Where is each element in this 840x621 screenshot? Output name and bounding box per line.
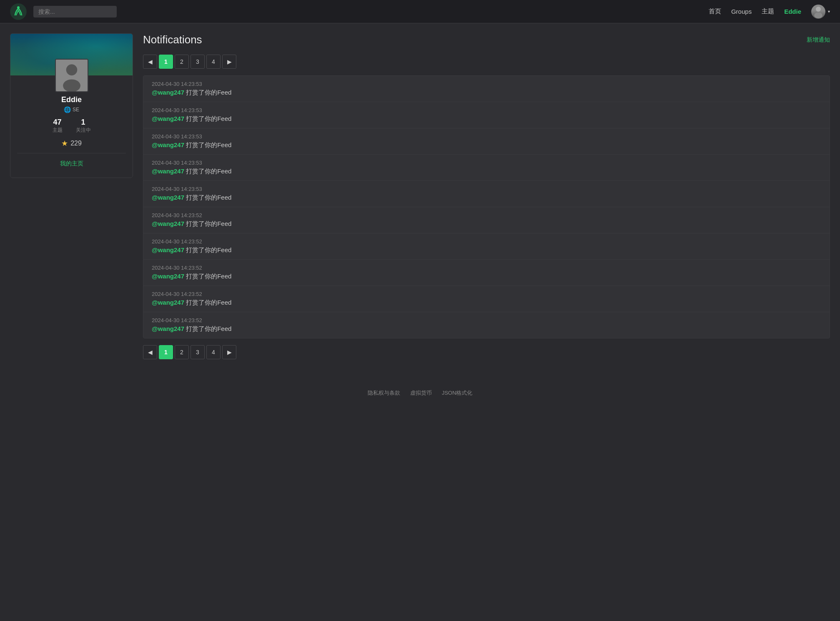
notification-item: 2024-04-30 14:23:53 @wang247 打赏了你的Feed <box>143 76 830 102</box>
profile-avatar-wrap <box>10 59 133 92</box>
notification-user[interactable]: @wang247 <box>152 168 184 175</box>
notification-user[interactable]: @wang247 <box>152 115 184 122</box>
svg-point-1 <box>17 6 20 9</box>
page-3-button-bottom[interactable]: 3 <box>191 345 205 359</box>
notifications-title: Notifications <box>143 33 202 46</box>
page-1-button-bottom[interactable]: 1 <box>159 345 173 359</box>
notification-user[interactable]: @wang247 <box>152 194 184 201</box>
logo-icon[interactable] <box>10 3 27 20</box>
pagination-bottom: ◀ 1 2 3 4 ▶ <box>143 345 830 359</box>
stat-following: 1 关注中 <box>76 118 91 134</box>
notification-time: 2024-04-30 14:23:53 <box>152 186 821 192</box>
stat-topics: 47 主题 <box>53 118 63 134</box>
avatar <box>811 5 825 19</box>
page-3-button-top[interactable]: 3 <box>191 55 205 69</box>
nav-topics[interactable]: 主题 <box>762 8 774 15</box>
page-2-button-top[interactable]: 2 <box>175 55 189 69</box>
stat-following-value: 1 <box>76 118 91 127</box>
notification-time: 2024-04-30 14:23:52 <box>152 212 821 218</box>
notification-time: 2024-04-30 14:23:53 <box>152 81 821 87</box>
nav-home[interactable]: 首页 <box>709 8 721 15</box>
svg-point-2 <box>816 7 821 12</box>
notification-user[interactable]: @wang247 <box>152 141 184 148</box>
notification-text: @wang247 打赏了你的Feed <box>152 194 821 202</box>
profile-avatar <box>55 59 88 92</box>
svg-point-0 <box>10 4 26 20</box>
navbar: 首页 Groups 主题 Eddie ▾ <box>0 0 840 23</box>
profile-stats: 47 主题 1 关注中 <box>17 118 126 134</box>
user-avatar-menu[interactable]: ▾ <box>811 5 830 19</box>
notification-action: 打赏了你的Feed <box>184 273 231 280</box>
notification-action: 打赏了你的Feed <box>184 168 231 175</box>
footer: 隐私权与条款 虚拟货币 JSON格式化 <box>0 376 840 410</box>
notification-user[interactable]: @wang247 <box>152 246 184 253</box>
notification-item: 2024-04-30 14:23:53 @wang247 打赏了你的Feed <box>143 155 830 181</box>
next-page-button-top[interactable]: ▶ <box>222 55 236 69</box>
new-notification-button[interactable]: 新增通知 <box>807 36 830 44</box>
notification-user[interactable]: @wang247 <box>152 325 184 332</box>
footer-currency-link[interactable]: 虚拟货币 <box>410 389 432 397</box>
notification-time: 2024-04-30 14:23:53 <box>152 160 821 166</box>
footer-privacy-link[interactable]: 隐私权与条款 <box>368 389 400 397</box>
footer-json-link[interactable]: JSON格式化 <box>442 389 473 397</box>
notification-item: 2024-04-30 14:23:53 @wang247 打赏了你的Feed <box>143 181 830 207</box>
stat-following-label: 关注中 <box>76 127 91 134</box>
notification-user[interactable]: @wang247 <box>152 273 184 280</box>
notification-list: 2024-04-30 14:23:53 @wang247 打赏了你的Feed 2… <box>143 75 830 338</box>
notification-text: @wang247 打赏了你的Feed <box>152 115 821 123</box>
notification-time: 2024-04-30 14:23:52 <box>152 317 821 323</box>
notification-time: 2024-04-30 14:23:52 <box>152 265 821 271</box>
star-count: 229 <box>70 140 82 147</box>
notification-text: @wang247 打赏了你的Feed <box>152 325 821 333</box>
notification-item: 2024-04-30 14:23:52 @wang247 打赏了你的Feed <box>143 312 830 338</box>
divider <box>17 153 126 153</box>
pagination-top: ◀ 1 2 3 4 ▶ <box>143 55 830 69</box>
notification-text: @wang247 打赏了你的Feed <box>152 246 821 254</box>
page-4-button-top[interactable]: 4 <box>206 55 221 69</box>
notification-item: 2024-04-30 14:23:52 @wang247 打赏了你的Feed <box>143 286 830 312</box>
notification-user[interactable]: @wang247 <box>152 220 184 227</box>
notification-text: @wang247 打赏了你的Feed <box>152 89 821 97</box>
page-1-button-top[interactable]: 1 <box>159 55 173 69</box>
nav-groups[interactable]: Groups <box>731 8 752 15</box>
badge-text: SE <box>73 107 79 113</box>
next-page-button-bottom[interactable]: ▶ <box>222 345 236 359</box>
notification-action: 打赏了你的Feed <box>184 246 231 253</box>
notification-item: 2024-04-30 14:23:52 @wang247 打赏了你的Feed <box>143 260 830 286</box>
notification-time: 2024-04-30 14:23:52 <box>152 291 821 297</box>
nav-user[interactable]: Eddie <box>784 8 801 15</box>
notification-text: @wang247 打赏了你的Feed <box>152 299 821 307</box>
notification-item: 2024-04-30 14:23:52 @wang247 打赏了你的Feed <box>143 233 830 260</box>
content-area: Notifications 新增通知 ◀ 1 2 3 4 ▶ 2024-04-3… <box>143 33 830 366</box>
notification-action: 打赏了你的Feed <box>184 194 231 201</box>
notifications-header: Notifications 新增通知 <box>143 33 830 46</box>
stat-topics-label: 主题 <box>53 127 63 134</box>
profile-badge: 🌐 SE <box>64 106 79 113</box>
star-icon: ★ <box>61 139 68 148</box>
chevron-down-icon: ▾ <box>828 9 830 14</box>
prev-page-button-bottom[interactable]: ◀ <box>143 345 157 359</box>
notification-action: 打赏了你的Feed <box>184 325 231 332</box>
prev-page-button-top[interactable]: ◀ <box>143 55 157 69</box>
stat-topics-value: 47 <box>53 118 63 127</box>
notification-text: @wang247 打赏了你的Feed <box>152 273 821 280</box>
notification-time: 2024-04-30 14:23:53 <box>152 133 821 140</box>
notification-item: 2024-04-30 14:23:53 @wang247 打赏了你的Feed <box>143 128 830 155</box>
notification-user[interactable]: @wang247 <box>152 299 184 306</box>
notification-text: @wang247 打赏了你的Feed <box>152 141 821 149</box>
page-4-button-bottom[interactable]: 4 <box>206 345 221 359</box>
nav-links: 首页 Groups 主题 Eddie ▾ <box>709 5 830 19</box>
notification-action: 打赏了你的Feed <box>184 299 231 306</box>
notification-user[interactable]: @wang247 <box>152 89 184 96</box>
notification-action: 打赏了你的Feed <box>184 115 231 122</box>
profile-card: Eddie 🌐 SE 47 主题 1 关注中 ★ 229 我的主页 <box>10 33 133 178</box>
notification-item: 2024-04-30 14:23:52 @wang247 打赏了你的Feed <box>143 207 830 233</box>
notification-action: 打赏了你的Feed <box>184 89 231 96</box>
page-2-button-bottom[interactable]: 2 <box>175 345 189 359</box>
my-homepage-link[interactable]: 我的主页 <box>17 157 126 171</box>
profile-info: Eddie 🌐 SE 47 主题 1 关注中 ★ 229 我的主页 <box>10 92 133 178</box>
badge-icon: 🌐 <box>64 106 71 113</box>
search-input[interactable] <box>33 6 117 18</box>
notification-time: 2024-04-30 14:23:52 <box>152 238 821 245</box>
profile-name: Eddie <box>17 95 126 104</box>
